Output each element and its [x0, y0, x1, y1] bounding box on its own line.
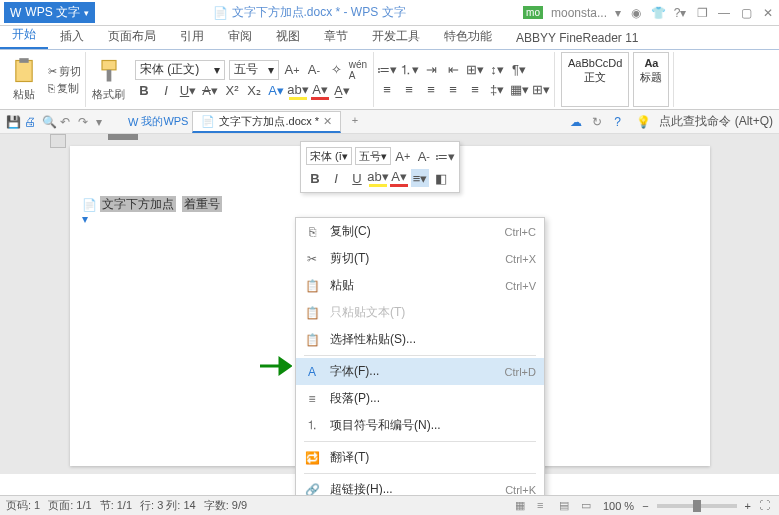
grow-font-icon[interactable]: A+ [283, 61, 301, 79]
show-marks-icon[interactable]: ¶▾ [510, 61, 528, 79]
number-list-icon[interactable]: ⒈▾ [400, 61, 418, 79]
bullet-list-icon[interactable]: ≔▾ [378, 61, 396, 79]
superscript-icon[interactable]: X² [223, 82, 241, 100]
selected-text-1[interactable]: 文字下方加点 [100, 196, 176, 212]
view-read-icon[interactable]: ▭ [581, 499, 595, 513]
zoom-thumb[interactable] [693, 500, 701, 512]
char-border-icon[interactable]: A̲▾ [333, 82, 351, 100]
redo-icon[interactable]: ↷ [78, 115, 92, 129]
my-wps-tab[interactable]: W我的WPS [128, 114, 188, 129]
status-section[interactable]: 节: 1/1 [100, 498, 132, 513]
font-family-select[interactable]: 宋体 (正文)▾ [135, 60, 225, 80]
status-page[interactable]: 页码: 1 [6, 498, 40, 513]
style-heading[interactable]: Aa 标题 [633, 52, 669, 107]
print-icon[interactable]: 🖨 [24, 115, 38, 129]
app-menu[interactable]: W WPS 文字 ▾ [4, 2, 95, 23]
preview-icon[interactable]: 🔍 [42, 115, 56, 129]
highlight-icon[interactable]: ab▾ [289, 82, 307, 100]
tab-devtools[interactable]: 开发工具 [360, 24, 432, 49]
align-dist-icon[interactable]: ≡ [466, 81, 484, 99]
help-icon[interactable]: ? [614, 115, 628, 129]
tab-start[interactable]: 开始 [0, 22, 48, 49]
text-effect-icon[interactable]: A▾ [267, 82, 285, 100]
mini-font-color-icon[interactable]: A▾ [390, 169, 408, 187]
align-right-icon[interactable]: ≡ [422, 81, 440, 99]
zoom-out-icon[interactable]: − [642, 500, 648, 512]
line-spacing-icon[interactable]: ‡▾ [488, 81, 506, 99]
minimize-icon[interactable]: — [717, 6, 731, 20]
indent-left-icon[interactable]: ⇤ [444, 61, 462, 79]
doc-tab[interactable]: 📄 文字下方加点.docx * ✕ + [192, 111, 341, 133]
ctx-paragraph[interactable]: ≡段落(P)... [296, 385, 544, 412]
paste-button[interactable]: 粘贴 [6, 55, 42, 104]
tab-section[interactable]: 章节 [312, 24, 360, 49]
mini-underline-icon[interactable]: U [348, 169, 366, 187]
status-zoom[interactable]: 100 % [603, 500, 634, 512]
mini-shrink-font-icon[interactable]: A- [415, 147, 433, 165]
align-left-icon[interactable]: ≡ [378, 81, 396, 99]
view-outline-icon[interactable]: ▤ [559, 499, 573, 513]
tab-insert[interactable]: 插入 [48, 24, 96, 49]
mini-eraser-icon[interactable]: ◧ [432, 169, 450, 187]
ctx-copy[interactable]: ⎘复制(C)Ctrl+C [296, 218, 544, 245]
font-size-select[interactable]: 五号▾ [229, 60, 279, 80]
sort-icon[interactable]: ↕▾ [488, 61, 506, 79]
mini-size-select[interactable]: 五号▾ [355, 147, 391, 165]
shirt-icon[interactable]: 👕 [651, 6, 665, 20]
view-print-icon[interactable]: ▦ [515, 499, 529, 513]
globe-icon[interactable]: ◉ [629, 6, 643, 20]
undo-icon[interactable]: ↶ [60, 115, 74, 129]
italic-icon[interactable]: I [157, 82, 175, 100]
tab-references[interactable]: 引用 [168, 24, 216, 49]
mini-grow-font-icon[interactable]: A+ [394, 147, 412, 165]
help-icon[interactable]: ?▾ [673, 6, 687, 20]
new-tab-icon[interactable]: + [352, 114, 358, 126]
mini-list-icon[interactable]: ≔▾ [436, 147, 454, 165]
status-position[interactable]: 行: 3 列: 14 [140, 498, 196, 513]
tab-layout[interactable]: 页面布局 [96, 24, 168, 49]
ctx-cut[interactable]: ✂剪切(T)Ctrl+X [296, 245, 544, 272]
save-icon[interactable]: 💾 [6, 115, 20, 129]
ctx-paste-special[interactable]: 📋选择性粘贴(S)... [296, 326, 544, 353]
indent-right-icon[interactable]: ⇥ [422, 61, 440, 79]
font-color-icon[interactable]: A▾ [311, 82, 329, 100]
zoom-slider[interactable] [657, 504, 737, 508]
subscript-icon[interactable]: X₂ [245, 82, 263, 100]
maximize-icon[interactable]: ▢ [739, 6, 753, 20]
cloud-icon[interactable]: ☁ [570, 115, 584, 129]
border-icon[interactable]: ⊞▾ [532, 81, 550, 99]
clear-format-icon[interactable]: ✧ [327, 61, 345, 79]
copy-button[interactable]: ⎘复制 [48, 81, 81, 96]
chevron-down-icon[interactable]: ▾ [96, 115, 102, 129]
format-painter-button[interactable]: 格式刷 [88, 55, 129, 104]
refresh-icon[interactable]: ↻ [592, 115, 606, 129]
tab-view[interactable]: 视图 [264, 24, 312, 49]
tab-review[interactable]: 审阅 [216, 24, 264, 49]
shading-icon[interactable]: ▦▾ [510, 81, 528, 99]
mini-align-icon[interactable]: ≡▾ [411, 169, 429, 187]
close-tab-icon[interactable]: ✕ [323, 115, 332, 128]
status-words[interactable]: 字数: 9/9 [204, 498, 247, 513]
ctx-paste[interactable]: 📋粘贴Ctrl+V [296, 272, 544, 299]
mini-italic-icon[interactable]: I [327, 169, 345, 187]
selected-text-2[interactable]: 着重号 [182, 196, 222, 212]
align-center-icon[interactable]: ≡ [400, 81, 418, 99]
user-name[interactable]: moonsta... [551, 6, 607, 20]
cmd-search-hint[interactable]: 点此查找命令 (Alt+Q) [659, 113, 773, 130]
phonetic-icon[interactable]: wénA [349, 61, 367, 79]
close-icon[interactable]: ✕ [761, 6, 775, 20]
style-normal[interactable]: AaBbCcDd 正文 [561, 52, 629, 107]
cut-button[interactable]: ✂剪切 [48, 64, 81, 79]
align-justify-icon[interactable]: ≡ [444, 81, 462, 99]
tab-features[interactable]: 特色功能 [432, 24, 504, 49]
mini-highlight-icon[interactable]: ab▾ [369, 169, 387, 187]
overlap-icon[interactable]: ❐ [695, 6, 709, 20]
strike-icon[interactable]: A▾ [201, 82, 219, 100]
shrink-font-icon[interactable]: A- [305, 61, 323, 79]
tab-abbyy[interactable]: ABBYY FineReader 11 [504, 27, 651, 49]
mini-font-select[interactable]: 宋体 (ī▾ [306, 147, 352, 165]
mini-bold-icon[interactable]: B [306, 169, 324, 187]
ruler-indent-marker[interactable] [108, 134, 138, 140]
fullscreen-icon[interactable]: ⛶ [759, 499, 773, 513]
ctx-translate[interactable]: 🔁翻译(T) [296, 444, 544, 471]
